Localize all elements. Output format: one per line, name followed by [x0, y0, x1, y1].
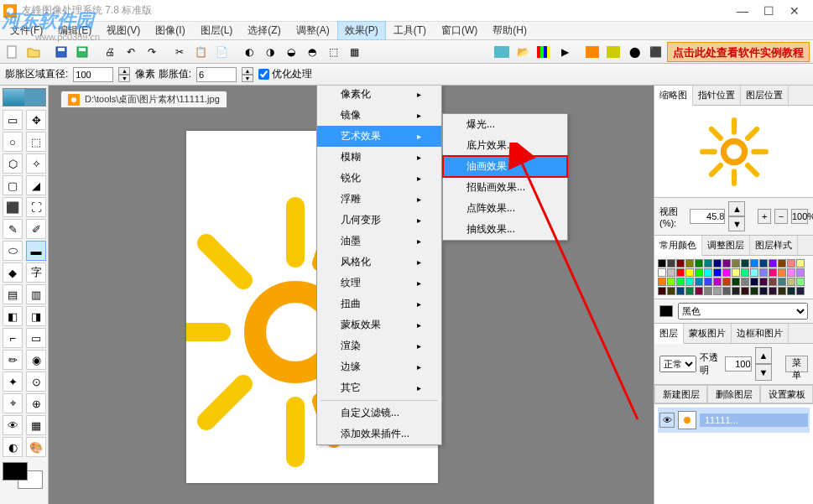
print-icon[interactable]: 🖨: [101, 43, 119, 61]
palette-color[interactable]: [759, 278, 768, 286]
palette-color[interactable]: [722, 278, 731, 286]
palette-color[interactable]: [732, 259, 740, 268]
tool-31[interactable]: 🎨: [26, 437, 46, 457]
save-icon[interactable]: [52, 43, 70, 61]
color-swatch[interactable]: [3, 462, 43, 489]
menu-1[interactable]: 编辑(E): [51, 22, 98, 39]
tool-26[interactable]: ⌖: [3, 393, 23, 413]
tool-m-icon[interactable]: ⬤: [625, 43, 644, 61]
palette-color[interactable]: [667, 287, 675, 295]
menu-4[interactable]: 图层(L): [194, 22, 240, 39]
layer-name[interactable]: 11111...: [700, 413, 808, 427]
zoom-down[interactable]: ▼: [728, 216, 745, 231]
fx-扭曲[interactable]: 扭曲: [317, 294, 441, 314]
layer-btn-删除图层[interactable]: 删除图层: [707, 385, 760, 403]
palette-color[interactable]: [750, 287, 758, 295]
colorTabs-0[interactable]: 常用颜色: [654, 236, 702, 256]
art-爆光...[interactable]: 爆光...: [443, 114, 567, 135]
tool-n-icon[interactable]: ⬛: [646, 43, 664, 61]
palette-color[interactable]: [741, 259, 749, 268]
diameter-down[interactable]: ▼: [118, 75, 130, 82]
palette-color[interactable]: [778, 278, 786, 286]
palette-color[interactable]: [741, 287, 749, 295]
palette-color[interactable]: [722, 287, 731, 295]
tool-f-icon[interactable]: ▦: [345, 43, 363, 61]
palette-color[interactable]: [658, 259, 666, 268]
tool-3[interactable]: ⬚: [26, 132, 46, 152]
palette-color[interactable]: [759, 268, 768, 277]
tool-12[interactable]: ⬭: [3, 241, 23, 261]
palette-color[interactable]: [759, 259, 768, 268]
tool-29[interactable]: ▦: [26, 415, 46, 435]
tool-28[interactable]: 👁: [3, 415, 23, 435]
palette-color[interactable]: [713, 287, 722, 295]
palette-color[interactable]: [713, 259, 722, 268]
palette-color[interactable]: [769, 278, 777, 286]
tool-24[interactable]: ✦: [3, 372, 23, 392]
layer-btn-新建图层[interactable]: 新建图层: [654, 385, 707, 403]
palette-color[interactable]: [676, 287, 685, 295]
current-color-swatch[interactable]: [659, 305, 673, 317]
palette-color[interactable]: [778, 287, 786, 295]
palette-color[interactable]: [658, 278, 666, 286]
menu-10[interactable]: 帮助(H): [486, 22, 534, 39]
palette-color[interactable]: [695, 278, 703, 286]
palette-color[interactable]: [741, 278, 749, 286]
layerTabs-2[interactable]: 边框和图片: [732, 324, 789, 343]
palette-color[interactable]: [704, 259, 712, 268]
art-点阵效果...[interactable]: 点阵效果...: [443, 198, 567, 219]
tool-5[interactable]: ✧: [26, 153, 46, 174]
saveas-icon[interactable]: [73, 43, 91, 61]
colorTabs-2[interactable]: 图层样式: [750, 236, 798, 255]
fx-锐化[interactable]: 锐化: [317, 168, 441, 189]
blend-mode-select[interactable]: 正常: [659, 356, 696, 372]
thumbTabs-2[interactable]: 图层位置: [741, 86, 789, 105]
undo-icon[interactable]: ↶: [122, 43, 140, 61]
fx-油墨[interactable]: 油墨: [317, 231, 441, 252]
tool-16[interactable]: ▤: [3, 284, 23, 304]
minimize-button[interactable]: —: [737, 4, 748, 18]
tool-18[interactable]: ◧: [3, 306, 23, 326]
palette-color[interactable]: [722, 268, 731, 277]
foreground-color[interactable]: [3, 462, 28, 481]
fx-风格化[interactable]: 风格化: [317, 252, 441, 273]
palette-color[interactable]: [658, 268, 666, 277]
fx-添加效果插件...[interactable]: 添加效果插件...: [317, 423, 441, 444]
fx-几何变形[interactable]: 几何变形: [317, 210, 441, 231]
palette-color[interactable]: [676, 268, 685, 277]
copy-icon[interactable]: 📋: [191, 43, 210, 61]
menu-7[interactable]: 效果(P): [338, 22, 385, 39]
tool-g-icon[interactable]: [492, 43, 511, 61]
art-招贴画效果...[interactable]: 招贴画效果...: [443, 177, 567, 198]
tool-9[interactable]: ⛶: [26, 197, 46, 217]
zoom-plus[interactable]: +: [758, 209, 771, 224]
palette-color[interactable]: [750, 268, 758, 277]
art-油画效果[interactable]: 油画效果: [443, 156, 567, 177]
tool-d-icon[interactable]: ◓: [303, 43, 321, 61]
palette-color[interactable]: [732, 278, 740, 286]
palette-color[interactable]: [713, 278, 722, 286]
fx-自定义滤镜...[interactable]: 自定义滤镜...: [317, 403, 441, 423]
tool-23[interactable]: ◉: [26, 350, 46, 370]
art-抽线效果...[interactable]: 抽线效果...: [443, 219, 567, 240]
palette-color[interactable]: [796, 268, 805, 277]
palette-color[interactable]: [787, 259, 795, 268]
thumbTabs-1[interactable]: 指针位置: [693, 86, 741, 105]
palette-color[interactable]: [769, 268, 777, 277]
tool-1[interactable]: ✥: [26, 110, 46, 130]
maximize-button[interactable]: ☐: [763, 4, 774, 18]
fx-浮雕[interactable]: 浮雕: [317, 189, 441, 210]
cut-icon[interactable]: ✂: [170, 43, 189, 61]
palette-color[interactable]: [667, 278, 675, 286]
opacity-input[interactable]: [725, 356, 752, 372]
redo-icon[interactable]: ↷: [143, 43, 161, 61]
value-down[interactable]: ▼: [242, 75, 253, 82]
tool-30[interactable]: ◐: [3, 437, 23, 457]
tool-14[interactable]: ◆: [3, 262, 23, 283]
colorTabs-1[interactable]: 调整图层: [702, 236, 750, 255]
menu-3[interactable]: 图像(I): [149, 22, 191, 39]
palette-color[interactable]: [796, 278, 805, 286]
palette-color[interactable]: [787, 278, 795, 286]
palette-color[interactable]: [732, 268, 740, 277]
tool-c-icon[interactable]: ◒: [282, 43, 300, 61]
